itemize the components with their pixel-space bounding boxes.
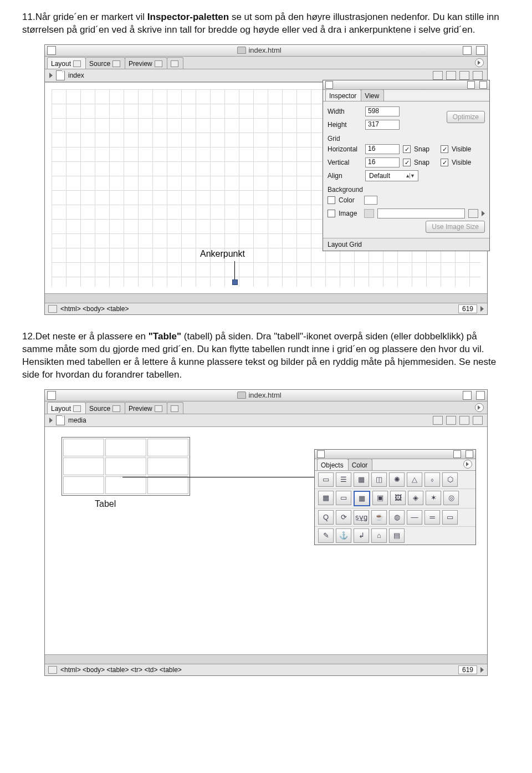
image-checkbox[interactable] [328, 210, 335, 217]
tab-inspector[interactable]: Inspector [325, 89, 361, 101]
link-icon[interactable] [364, 209, 374, 218]
real-icon[interactable]: ⟳ [336, 510, 351, 525]
height-input[interactable]: 317 [365, 120, 400, 130]
tab-layout-label-2: Layout [51, 405, 71, 413]
obj8-icon[interactable]: ◎ [443, 491, 459, 505]
image-path-input[interactable] [377, 208, 465, 218]
palette-zoom-button[interactable] [479, 81, 487, 89]
horizontal-input[interactable]: 16 [365, 144, 400, 154]
browse-icon[interactable] [468, 209, 478, 218]
br-icon[interactable]: ↲ [354, 528, 369, 543]
cat-frames-icon[interactable]: ◫ [371, 472, 387, 487]
inserted-table[interactable] [62, 437, 190, 496]
tag-icon[interactable]: ⌂ [371, 528, 387, 543]
align-value: Default [369, 172, 390, 180]
tab-layout[interactable]: Layout [47, 57, 86, 69]
snap-v-checkbox[interactable] [403, 159, 411, 166]
tab-preview-2[interactable]: Preview [125, 402, 167, 414]
svg-icon[interactable]: s͢v͢g [354, 510, 369, 525]
horizontal-scrollbar[interactable] [45, 293, 487, 303]
snap-h-checkbox[interactable] [403, 145, 411, 153]
color-swatch[interactable] [364, 196, 377, 205]
cat-qt-icon[interactable]: ⬨ [424, 472, 440, 487]
palette-titlebar[interactable] [323, 80, 489, 90]
visible-h-checkbox[interactable] [441, 145, 448, 153]
table-icon[interactable]: ▦ [354, 491, 370, 506]
tool-icon-2[interactable] [446, 71, 456, 80]
tool-icon-d[interactable] [473, 416, 483, 425]
objects-zoom-button[interactable] [466, 450, 473, 458]
window-close-button-2[interactable] [47, 391, 56, 400]
tab-source[interactable]: Source [85, 57, 125, 69]
tab-color[interactable]: Color [348, 459, 373, 470]
tab-objects[interactable]: Objects [317, 459, 349, 470]
marquee-icon[interactable]: ▭ [442, 510, 458, 525]
vertical-label: Vertical [328, 159, 362, 166]
anchor-icon[interactable]: ⚓ [336, 528, 351, 543]
flyout-button[interactable] [475, 58, 484, 67]
disclosure-triangle-icon[interactable] [49, 73, 53, 78]
floating-box-icon[interactable]: ▣ [372, 491, 388, 505]
comment-icon[interactable]: ✎ [318, 528, 334, 543]
disclosure-triangle-icon-2[interactable] [49, 418, 53, 423]
objects-collapse-button[interactable] [453, 450, 461, 458]
window-min-button[interactable] [463, 46, 472, 55]
objects-close-button[interactable] [317, 450, 325, 458]
objects-palette-titlebar[interactable] [315, 450, 475, 459]
layout-canvas-2[interactable]: Tabel Objects Color ▭ ☰ ▦ [45, 427, 487, 654]
tool-icon-3[interactable] [459, 71, 469, 80]
anchor-pointer-line [234, 261, 235, 280]
tool-icon-c[interactable] [459, 416, 469, 425]
tool-icon-a[interactable] [433, 416, 443, 425]
use-image-size-button[interactable]: Use Image Size [426, 221, 485, 233]
align-select[interactable]: Default▲▼ [365, 170, 418, 181]
layout-grid-icon[interactable]: ▦ [318, 491, 334, 505]
cat-forms-icon[interactable]: ☰ [336, 472, 351, 487]
layout-textbox-icon[interactable]: ▭ [336, 491, 351, 505]
visible-v-checkbox[interactable] [441, 159, 448, 166]
status-arrow-icon[interactable] [480, 306, 484, 312]
status-width: 619 [458, 304, 477, 313]
cat-basic-icon[interactable]: ▭ [318, 472, 334, 487]
status-icon[interactable] [48, 305, 57, 313]
tab-layout-2[interactable]: Layout [47, 402, 86, 414]
object-icon[interactable]: ◍ [389, 510, 405, 525]
window-min-button-2[interactable] [463, 391, 472, 400]
flyout-button-2[interactable] [475, 403, 484, 412]
tool-icon-b[interactable] [446, 416, 456, 425]
tool-icon-1[interactable] [433, 71, 443, 80]
tool-icon-4[interactable] [473, 71, 483, 80]
cat-smart-icon[interactable]: △ [407, 472, 422, 487]
horizontal-scrollbar-2[interactable] [45, 654, 487, 664]
width-input[interactable]: 598 [365, 106, 400, 116]
cat-site-icon[interactable]: ✺ [389, 472, 405, 487]
tab-preview[interactable]: Preview [125, 57, 167, 69]
tab-extra[interactable] [167, 57, 183, 69]
image-arrow-icon[interactable] [482, 211, 485, 216]
swf-icon[interactable]: ✶ [426, 491, 441, 505]
status-arrow-icon-2[interactable] [480, 667, 484, 673]
java-icon[interactable]: ☕ [371, 510, 387, 525]
date-icon[interactable]: ▤ [389, 528, 405, 543]
cat-head-icon[interactable]: ▦ [354, 472, 369, 487]
color-checkbox[interactable] [328, 196, 335, 204]
hr-icon[interactable]: ═ [424, 510, 440, 525]
palette-close-button[interactable] [325, 81, 333, 89]
image-icon[interactable]: 🖼 [390, 491, 406, 505]
cat-extra-icon[interactable]: ⬡ [442, 472, 458, 487]
line-icon[interactable]: — [407, 510, 422, 525]
window-zoom-button[interactable] [476, 46, 485, 55]
optimize-button[interactable]: Optimize [447, 111, 485, 123]
status-icon-2[interactable] [48, 666, 57, 674]
plugin-icon[interactable]: ◈ [408, 491, 423, 505]
window-zoom-button-2[interactable] [476, 391, 485, 400]
quicktime-icon[interactable]: Q [318, 510, 334, 525]
window-close-button[interactable] [47, 46, 56, 55]
tab-source-2[interactable]: Source [85, 402, 125, 414]
palette-collapse-button[interactable] [467, 81, 475, 89]
anchor-point-handle[interactable] [232, 279, 238, 285]
objects-flyout-button[interactable] [463, 460, 472, 469]
tab-view[interactable]: View [361, 89, 384, 101]
tab-extra-2[interactable] [167, 402, 183, 414]
vertical-input[interactable]: 16 [365, 157, 400, 167]
